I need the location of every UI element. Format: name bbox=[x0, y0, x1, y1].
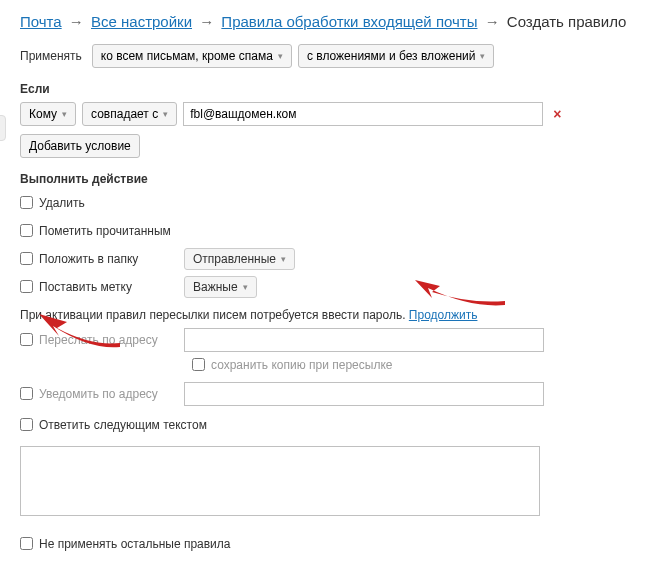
reply-text-input[interactable] bbox=[20, 446, 540, 516]
apply-scope-select[interactable]: ко всем письмам, кроме спама▾ bbox=[92, 44, 292, 68]
no-other-rules-checkbox[interactable] bbox=[20, 537, 33, 550]
condition-value-input[interactable] bbox=[183, 102, 543, 126]
no-other-rules-label: Не применять остальные правила bbox=[39, 537, 231, 551]
action-notify-checkbox[interactable] bbox=[20, 387, 33, 400]
action-delete-checkbox[interactable] bbox=[20, 196, 33, 209]
action-delete-label: Удалить bbox=[39, 196, 184, 210]
conditions-heading: Если bbox=[20, 82, 632, 96]
action-reply-label: Ответить следующим текстом bbox=[39, 418, 207, 432]
action-notify-label: Уведомить по адресу bbox=[39, 387, 184, 401]
breadcrumb-mail[interactable]: Почта bbox=[20, 13, 62, 30]
breadcrumb-rules[interactable]: Правила обработки входящей почты bbox=[221, 13, 477, 30]
forward-address-input[interactable] bbox=[184, 328, 544, 352]
label-select[interactable]: Важные▾ bbox=[184, 276, 257, 298]
add-condition-button[interactable]: Добавить условие bbox=[20, 134, 140, 158]
action-markread-label: Пометить прочитанным bbox=[39, 224, 184, 238]
breadcrumb-current: Создать правило bbox=[507, 13, 627, 30]
action-forward-checkbox[interactable] bbox=[20, 333, 33, 346]
action-movefolder-label: Положить в папку bbox=[39, 252, 184, 266]
action-forward-label: Переслать по адресу bbox=[39, 333, 184, 347]
forward-note: При активации правил пересылки писем пот… bbox=[20, 308, 632, 322]
save-copy-label: сохранить копию при пересылке bbox=[211, 358, 392, 372]
remove-condition-icon[interactable]: × bbox=[553, 106, 561, 122]
condition-field-select[interactable]: Кому▾ bbox=[20, 102, 76, 126]
action-movefolder-checkbox[interactable] bbox=[20, 252, 33, 265]
forward-continue-link[interactable]: Продолжить bbox=[409, 308, 478, 322]
folder-select[interactable]: Отправленные▾ bbox=[184, 248, 295, 270]
condition-op-select[interactable]: совпадает c▾ bbox=[82, 102, 177, 126]
apply-label: Применять bbox=[20, 49, 82, 63]
notify-address-input[interactable] bbox=[184, 382, 544, 406]
apply-attachments-select[interactable]: с вложениями и без вложений▾ bbox=[298, 44, 494, 68]
action-reply-checkbox[interactable] bbox=[20, 418, 33, 431]
action-markread-checkbox[interactable] bbox=[20, 224, 33, 237]
actions-heading: Выполнить действие bbox=[20, 172, 632, 186]
save-copy-checkbox[interactable] bbox=[192, 358, 205, 371]
breadcrumb-settings[interactable]: Все настройки bbox=[91, 13, 192, 30]
action-setlabel-label: Поставить метку bbox=[39, 280, 184, 294]
breadcrumb: Почта → Все настройки → Правила обработк… bbox=[20, 12, 632, 32]
sidebar-tab[interactable] bbox=[0, 115, 6, 141]
action-setlabel-checkbox[interactable] bbox=[20, 280, 33, 293]
